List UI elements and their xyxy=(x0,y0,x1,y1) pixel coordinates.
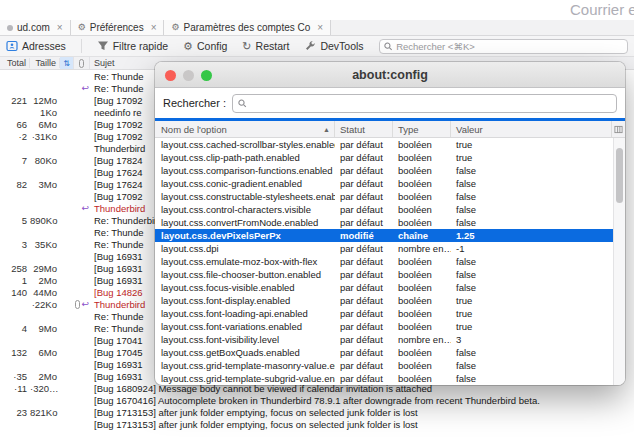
pref-type: booléen xyxy=(393,178,451,189)
pref-name: layout.css.font-loading-api.enabled xyxy=(155,308,335,319)
message-row[interactable]: [Bug 1670416] Autocomplete broken in Thu… xyxy=(0,394,634,406)
close-button[interactable] xyxy=(165,70,176,81)
message-total-cell: 82 xyxy=(0,179,30,190)
pref-name: layout.css.file-chooser-button.enabled xyxy=(155,269,335,280)
account-settings-icon: ⚙ xyxy=(171,23,179,32)
message-size-cell: 1Ko xyxy=(30,107,60,118)
tab-close-icon[interactable]: × xyxy=(151,22,157,33)
addresses-label: Adresses xyxy=(22,40,66,52)
config-row[interactable]: layout.css.devPixelsPerPxmodifiéchaîne1.… xyxy=(155,229,613,242)
column-header-attachment[interactable] xyxy=(74,57,90,69)
dialog-titlebar[interactable]: about:config xyxy=(155,62,625,88)
pref-value: false xyxy=(451,373,613,384)
config-row[interactable]: layout.css.getBoxQuads.enabledpar défaut… xyxy=(155,346,613,359)
column-header-total[interactable]: Total xyxy=(0,58,30,68)
config-row[interactable]: layout.css.grid-template-subgrid-value.e… xyxy=(155,372,613,385)
pref-status: par défaut xyxy=(335,178,393,189)
tab-mail[interactable]: ud.com × xyxy=(0,20,71,35)
sort-ascending-icon: ▲ xyxy=(323,126,330,133)
pref-status: par défaut xyxy=(335,217,393,228)
pref-status: modifié xyxy=(335,230,393,241)
pref-value: -1 xyxy=(451,243,613,254)
config-row[interactable]: layout.css.clip-path-path.enabledpar déf… xyxy=(155,151,613,164)
pref-type: booléen xyxy=(393,191,451,202)
column-header-type[interactable]: Type xyxy=(393,121,451,137)
config-row[interactable]: layout.css.file-chooser-button.enabledpa… xyxy=(155,268,613,281)
pref-status: par défaut xyxy=(335,282,393,293)
tab-account-settings[interactable]: ⚙ Paramètres des comptes Co × xyxy=(164,20,331,35)
column-picker-button[interactable] xyxy=(612,121,625,137)
config-row[interactable]: layout.css.cached-scrollbar-styles.enabl… xyxy=(155,138,613,151)
pref-value: false xyxy=(451,165,613,176)
config-row[interactable]: layout.css.font-loading-api.enabledpar d… xyxy=(155,307,613,320)
config-search-field[interactable] xyxy=(232,94,617,113)
message-row[interactable]: [Bug 1713153] after junk folder emptying… xyxy=(0,418,634,430)
message-total-cell: 258 xyxy=(0,263,30,274)
column-header-status[interactable]: Statut xyxy=(335,121,393,137)
pref-name: layout.css.focus-visible.enabled xyxy=(155,282,335,293)
config-label: Config xyxy=(197,40,227,52)
message-size-cell: 6Mo xyxy=(30,347,60,358)
pref-status: par défaut xyxy=(335,295,393,306)
config-row[interactable]: layout.css.font-visibility.levelpar défa… xyxy=(155,333,613,346)
addresses-button[interactable]: Adresses xyxy=(6,40,66,52)
pref-value: false xyxy=(451,191,613,202)
message-subject: [Bug 1713153] after junk folder emptying… xyxy=(90,419,634,430)
tab-preferences[interactable]: ⚙ Préférences × xyxy=(71,20,165,35)
column-header-name[interactable]: Nom de l'option ▲ xyxy=(155,121,335,137)
config-row[interactable]: layout.css.emulate-moz-box-with-flexpar … xyxy=(155,255,613,268)
pref-type: chaîne xyxy=(393,230,451,241)
tab-close-icon[interactable]: × xyxy=(57,22,63,33)
config-row[interactable]: layout.css.comparison-functions.enabledp… xyxy=(155,164,613,177)
devtools-button[interactable]: DevTools xyxy=(304,40,363,52)
config-button[interactable]: ⚙ Config xyxy=(183,40,227,52)
pref-type: booléen xyxy=(393,269,451,280)
minimize-button[interactable] xyxy=(183,70,194,81)
pref-type: booléen xyxy=(393,308,451,319)
message-total-cell: 5 xyxy=(0,215,30,226)
message-size-cell: 12Mo xyxy=(30,95,60,106)
config-row[interactable]: layout.css.control-characters.visiblepar… xyxy=(155,203,613,216)
pref-status: par défaut xyxy=(335,191,393,202)
quick-filter-button[interactable]: Filtre rapide xyxy=(97,40,168,52)
message-subject: [Bug 1670416] Autocomplete broken in Thu… xyxy=(90,395,634,406)
column-header-value[interactable]: Valeur xyxy=(451,121,612,137)
column-header-thread[interactable]: ⇅ xyxy=(60,57,74,69)
message-size-cell: 29Mo xyxy=(30,263,60,274)
zoom-button[interactable] xyxy=(201,70,212,81)
message-size-cell: 35Ko xyxy=(30,239,60,250)
pref-name: layout.css.grid-template-subgrid-value.e… xyxy=(155,373,335,384)
pref-status: par défaut xyxy=(335,347,393,358)
pref-status: par défaut xyxy=(335,152,393,163)
pref-name: layout.css.getBoxQuads.enabled xyxy=(155,347,335,358)
pref-type: nombre en… xyxy=(393,334,451,345)
pref-type: booléen xyxy=(393,321,451,332)
wrench-icon xyxy=(304,40,316,52)
main-toolbar: Adresses Filtre rapide ⚙ Config ↻ Restar… xyxy=(0,36,634,57)
config-row[interactable]: layout.css.constructable-stylesheets.ena… xyxy=(155,190,613,203)
scrollbar[interactable] xyxy=(613,138,625,385)
restart-button[interactable]: ↻ Restart xyxy=(242,40,289,52)
column-header-taille[interactable]: Taille xyxy=(30,58,60,68)
message-total-cell: ·2 xyxy=(0,131,30,142)
pref-value: false xyxy=(451,204,613,215)
attachment-icon xyxy=(75,300,80,309)
funnel-icon xyxy=(97,40,109,52)
gear-icon: ⚙ xyxy=(78,23,86,32)
config-row[interactable]: layout.css.dpipar défautnombre en…-1 xyxy=(155,242,613,255)
address-book-icon xyxy=(6,40,18,52)
global-search-field[interactable] xyxy=(379,39,628,54)
config-row[interactable]: layout.css.focus-visible.enabledpar défa… xyxy=(155,281,613,294)
config-search-label: Rechercher : xyxy=(163,97,226,109)
pref-value: true xyxy=(451,152,613,163)
config-row[interactable]: layout.css.font-display.enabledpar défau… xyxy=(155,294,613,307)
global-search-input[interactable] xyxy=(396,41,623,52)
config-search-input[interactable] xyxy=(251,98,611,109)
config-row[interactable]: layout.css.font-variations.enabledpar dé… xyxy=(155,320,613,333)
config-row[interactable]: layout.css.convertFromNode.enabledpar dé… xyxy=(155,216,613,229)
config-row[interactable]: layout.css.conic-gradient.enabledpar déf… xyxy=(155,177,613,190)
config-row[interactable]: layout.css.grid-template-masonry-value.e… xyxy=(155,359,613,372)
scrollbar-thumb[interactable] xyxy=(616,148,623,203)
tab-close-icon[interactable]: × xyxy=(317,22,323,33)
message-row[interactable]: 23821Ko[Bug 1713153] after junk folder e… xyxy=(0,406,634,418)
